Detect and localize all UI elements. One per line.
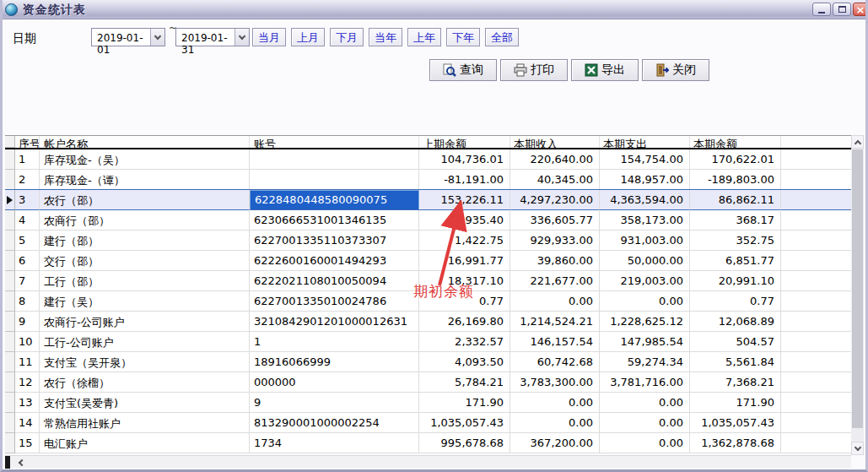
cell-expense[interactable]: 1,228,625.12 xyxy=(600,312,690,332)
cell-current-balance[interactable]: -189,803.00 xyxy=(690,170,781,190)
cell-prev-balance[interactable]: 5,784.21 xyxy=(419,372,510,393)
cell-account-no[interactable] xyxy=(250,170,419,190)
cell-expense[interactable]: 148,957.00 xyxy=(600,170,690,190)
cell-income[interactable]: 367,200.00 xyxy=(510,433,600,453)
cell-expense[interactable]: 219,003.00 xyxy=(600,271,690,291)
cell-account-no[interactable]: 1734 xyxy=(250,433,419,453)
cell-current-balance[interactable]: 171.90 xyxy=(690,393,781,413)
table-row[interactable]: 14常熟信用社账户8132900010000022541,035,057.430… xyxy=(5,413,851,433)
cell-seq[interactable]: 8 xyxy=(15,291,40,312)
cell-seq[interactable]: 13 xyxy=(15,393,40,413)
cell-prev-balance[interactable]: 104,736.01 xyxy=(419,149,510,170)
quick-current-year-button[interactable]: 当年 xyxy=(369,28,402,46)
cell-account-name[interactable]: 交行（邵） xyxy=(40,251,250,271)
cell-income[interactable]: 220,640.00 xyxy=(510,149,600,170)
cell-expense[interactable]: 0.00 xyxy=(600,393,690,413)
window-close-button[interactable]: × xyxy=(853,3,868,16)
cell-expense[interactable]: 0.00 xyxy=(600,433,690,453)
cell-expense[interactable]: 0.00 xyxy=(600,291,690,312)
vertical-scrollbar[interactable] xyxy=(851,135,864,455)
date-to-dropdown-button[interactable] xyxy=(235,29,249,46)
cell-account-no[interactable]: 6222600160001494293 xyxy=(250,251,419,271)
cell-seq[interactable]: 6 xyxy=(15,251,40,271)
quick-current-month-button[interactable]: 当月 xyxy=(252,28,286,46)
cell-account-no[interactable]: 18916066999 xyxy=(250,352,419,372)
cell-expense[interactable]: 154,754.00 xyxy=(600,149,690,170)
cell-account-name[interactable]: 支付宝（吴开泉） xyxy=(40,352,250,372)
scroll-left-button[interactable] xyxy=(13,457,27,468)
cell-income[interactable]: 929,933.00 xyxy=(510,231,600,251)
cell-account-no[interactable]: 000000 xyxy=(250,372,419,393)
cell-current-balance[interactable]: 0.77 xyxy=(690,291,781,312)
cell-seq[interactable]: 11 xyxy=(15,352,40,372)
cell-account-no[interactable]: 6230666531001346135 xyxy=(250,210,419,231)
cell-seq[interactable]: 10 xyxy=(15,332,40,352)
scroll-up-button[interactable] xyxy=(851,135,864,149)
cell-current-balance[interactable]: 170,622.01 xyxy=(690,149,781,170)
cell-prev-balance[interactable]: 995,678.68 xyxy=(419,433,510,453)
cell-current-balance[interactable]: 368.17 xyxy=(690,210,781,231)
cell-seq[interactable]: 15 xyxy=(15,433,40,453)
cell-account-no[interactable]: 6227001335010024786 xyxy=(250,291,419,312)
cell-account-no[interactable]: 1 xyxy=(250,332,419,352)
cell-seq[interactable]: 3 xyxy=(15,190,40,210)
cell-account-no[interactable]: 813290001000002254 xyxy=(250,413,419,433)
cell-income[interactable]: 60,742.68 xyxy=(510,352,600,372)
cell-account-no[interactable]: 9 xyxy=(250,393,419,413)
cell-seq[interactable]: 12 xyxy=(15,372,40,393)
cell-account-name[interactable]: 工行-公司账户 xyxy=(40,332,250,352)
table-row[interactable]: 9农商行-公司账户321084290120100001263126,169.80… xyxy=(5,312,851,332)
cell-expense[interactable]: 147,985.54 xyxy=(600,332,690,352)
cell-prev-balance[interactable]: 26,169.80 xyxy=(419,312,510,332)
cell-current-balance[interactable]: 7,368.21 xyxy=(690,372,781,393)
quick-prev-month-button[interactable]: 上月 xyxy=(291,28,325,46)
cell-account-no[interactable] xyxy=(250,149,419,170)
cell-account-name[interactable]: 支付宝(吴爱青) xyxy=(40,393,250,413)
column-header-col-account-no[interactable]: 账号 xyxy=(250,136,419,148)
cell-income[interactable]: 1,214,524.21 xyxy=(510,312,600,332)
cell-account-no[interactable]: 6227001335110373307 xyxy=(250,231,419,251)
cell-seq[interactable]: 7 xyxy=(15,271,40,291)
cell-current-balance[interactable]: 504.57 xyxy=(690,332,781,352)
cell-current-balance[interactable]: 352.75 xyxy=(690,231,781,251)
cell-expense[interactable]: 4,363,594.00 xyxy=(600,190,690,210)
cell-account-name[interactable]: 建行（吴） xyxy=(40,291,250,312)
cell-prev-balance[interactable]: 4,093.50 xyxy=(419,352,510,372)
cell-prev-balance[interactable]: 1,422.75 xyxy=(419,231,510,251)
cell-prev-balance[interactable]: 153,226.11 xyxy=(419,190,510,210)
cell-account-no[interactable]: 6222021108010050094 xyxy=(250,271,419,291)
cell-income[interactable]: 40,345.00 xyxy=(510,170,600,190)
table-row[interactable]: 1库存现金-（吴）104,736.01220,640.00154,754.001… xyxy=(5,149,851,170)
column-header-col-expense[interactable]: 本期支出 xyxy=(600,136,690,148)
scroll-down-button[interactable] xyxy=(851,442,864,455)
quick-all-button[interactable]: 全部 xyxy=(485,28,519,46)
cell-income[interactable]: 4,297,230.00 xyxy=(510,190,600,210)
table-row[interactable]: 2库存现金-（谭）-81,191.0040,345.00148,957.00-1… xyxy=(5,170,851,190)
cell-expense[interactable]: 59,274.34 xyxy=(600,352,690,372)
quick-next-month-button[interactable]: 下月 xyxy=(330,28,364,46)
cell-income[interactable]: 221,677.00 xyxy=(510,271,600,291)
cell-income[interactable]: 336,605.77 xyxy=(510,210,600,231)
cell-prev-balance[interactable]: 16,991.77 xyxy=(419,251,510,271)
column-header-col-seq[interactable]: 序号 xyxy=(15,136,40,148)
column-header-col-prev-balance[interactable]: 上期余额 xyxy=(419,136,510,148)
cell-prev-balance[interactable]: 21,935.40 xyxy=(419,210,510,231)
cell-seq[interactable]: 9 xyxy=(15,312,40,332)
vertical-scrollbar-thumb[interactable] xyxy=(852,149,863,428)
cell-prev-balance[interactable]: 2,332.57 xyxy=(419,332,510,352)
cell-expense[interactable]: 358,173.00 xyxy=(600,210,690,231)
cell-seq[interactable]: 2 xyxy=(15,170,40,190)
cell-account-name[interactable]: 库存现金-（谭） xyxy=(40,170,250,190)
cell-prev-balance[interactable]: 1,035,057.43 xyxy=(419,413,510,433)
cell-income[interactable]: 0.00 xyxy=(510,291,600,312)
table-row[interactable]: 15电汇账户1734995,678.68367,200.000.001,362,… xyxy=(5,433,851,453)
horizontal-scrollbar[interactable] xyxy=(5,455,851,468)
cell-seq[interactable]: 1 xyxy=(15,149,40,170)
date-to-combo[interactable]: 2019-01-31 xyxy=(175,28,250,46)
cell-account-no[interactable]: 6228480448580090075 xyxy=(250,190,419,210)
cell-income[interactable]: 3,783,300.00 xyxy=(510,372,600,393)
query-button[interactable]: 查询 xyxy=(429,59,497,81)
cell-income[interactable]: 146,157.54 xyxy=(510,332,600,352)
column-header-col-account-name[interactable]: 帐户名称 xyxy=(40,136,250,148)
table-row[interactable]: 10工行-公司账户12,332.57146,157.54147,985.5450… xyxy=(5,332,851,352)
